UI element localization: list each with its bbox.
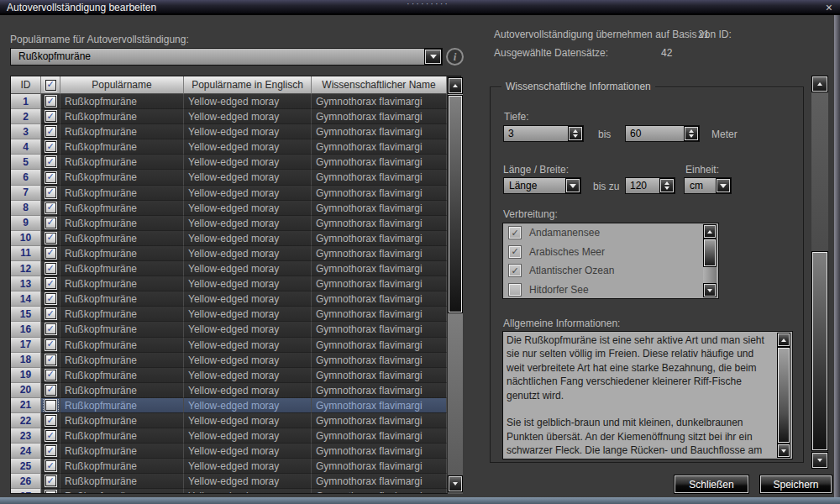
table-row[interactable]: 6RußkopfmuräneYellow-edged morayGymnotho… <box>11 170 447 185</box>
textarea-scrollbar-thumb[interactable] <box>778 348 790 443</box>
row-checkbox[interactable] <box>45 445 56 456</box>
title-bar[interactable]: Autovervollständigung bearbeiten ·······… <box>0 0 840 15</box>
table-row[interactable]: 16RußkopfmuräneYellow-edged morayGymnoth… <box>11 322 447 337</box>
textarea-scrollbar[interactable] <box>777 333 790 457</box>
table-row[interactable]: 18RußkopfmuräneYellow-edged morayGymnoth… <box>11 353 447 368</box>
row-checkbox[interactable] <box>45 218 56 228</box>
row-checkbox[interactable] <box>45 354 56 365</box>
depth-from-spinner[interactable]: 3 <box>503 125 584 142</box>
combobox-dropdown-button[interactable] <box>425 50 441 64</box>
list-item[interactable]: Atlantischer Ozean <box>503 261 718 281</box>
row-checkbox[interactable] <box>45 233 56 244</box>
scroll-up-button[interactable] <box>778 333 790 346</box>
table-row[interactable]: 1RußkopfmuräneYellow-edged morayGymnotho… <box>11 94 447 109</box>
depth-to-spin-buttons[interactable] <box>685 127 698 140</box>
row-checkbox[interactable] <box>45 141 56 152</box>
row-checkbox[interactable] <box>45 263 56 274</box>
length-dropdown-button[interactable] <box>566 179 580 192</box>
depth-from-spin-buttons[interactable] <box>569 127 582 140</box>
scroll-down-button[interactable] <box>812 453 827 468</box>
table-row[interactable]: 20RußkopfmuräneYellow-edged morayGymnoth… <box>11 383 447 398</box>
row-checkbox[interactable] <box>45 430 56 441</box>
header-select-all[interactable] <box>41 76 60 94</box>
general-info-textarea[interactable]: Die Rußkopfmuräne ist eine sehr aktive A… <box>502 331 793 459</box>
table-row[interactable]: 8RußkopfmuräneYellow-edged morayGymnotho… <box>11 201 447 216</box>
length-value-spinner[interactable]: 120 <box>625 177 675 194</box>
row-checkbox[interactable] <box>45 475 56 486</box>
info-icon[interactable]: i <box>446 48 464 66</box>
length-dropdown[interactable]: Länge <box>503 177 581 194</box>
panel-scrollbar[interactable] <box>811 76 828 469</box>
table-row[interactable]: 17RußkopfmuräneYellow-edged morayGymnoth… <box>11 338 447 353</box>
header-scientific-name[interactable]: Wissenschaftlicher Name <box>312 76 447 94</box>
list-item[interactable]: Arabisches Meer <box>503 243 718 262</box>
close-button[interactable]: Schließen <box>675 475 748 493</box>
drag-handle-icon[interactable]: ········· <box>407 0 449 8</box>
scroll-up-button[interactable] <box>812 76 827 92</box>
row-checkbox[interactable] <box>45 385 56 396</box>
table-scrollbar-thumb[interactable] <box>449 96 462 312</box>
popularname-combobox[interactable]: Rußkopfmuräne <box>10 48 443 66</box>
table-row[interactable]: 9RußkopfmuräneYellow-edged morayGymnotho… <box>11 216 447 231</box>
panel-scrollbar-thumb[interactable] <box>812 252 827 450</box>
table-row[interactable]: 7RußkopfmuräneYellow-edged morayGymnotho… <box>11 186 447 201</box>
table-row[interactable]: 14RußkopfmuräneYellow-edged morayGymnoth… <box>11 291 447 307</box>
row-checkbox[interactable] <box>45 339 56 350</box>
table-row[interactable]: 27RußkopfmuräneYellow-edged morayGymnoth… <box>11 489 447 493</box>
list-item-checkbox[interactable] <box>509 265 521 276</box>
table-row[interactable]: 5RußkopfmuräneYellow-edged morayGymnotho… <box>11 155 447 170</box>
row-checkbox[interactable] <box>45 278 56 289</box>
table-scrollbar[interactable] <box>448 77 463 494</box>
row-checkbox[interactable] <box>45 111 56 122</box>
popularname-combobox-value[interactable]: Rußkopfmuräne <box>10 48 443 66</box>
table-row[interactable]: 22RußkopfmuräneYellow-edged morayGymnoth… <box>11 413 447 428</box>
unit-dropdown-button[interactable] <box>717 179 730 192</box>
header-id[interactable]: ID <box>11 76 41 94</box>
row-checkbox[interactable] <box>45 126 56 137</box>
scroll-down-button[interactable] <box>704 284 716 297</box>
distribution-scrollbar[interactable] <box>703 225 717 297</box>
row-checkbox[interactable] <box>45 156 56 167</box>
list-item[interactable]: Andamanensee <box>503 223 718 243</box>
row-checkbox[interactable] <box>45 308 56 319</box>
table-row[interactable]: 21RußkopfmuräneYellow-edged morayGymnoth… <box>11 398 447 413</box>
table-row[interactable]: 4RußkopfmuräneYellow-edged morayGymnotho… <box>11 139 447 155</box>
list-item-checkbox[interactable] <box>509 246 521 258</box>
table-row[interactable]: 3RußkopfmuräneYellow-edged morayGymnotho… <box>11 124 447 139</box>
depth-to-spinner[interactable]: 60 <box>625 125 700 142</box>
row-checkbox[interactable] <box>45 323 56 334</box>
row-checkbox[interactable] <box>45 400 56 411</box>
table-row[interactable]: 24RußkopfmuräneYellow-edged morayGymnoth… <box>11 444 447 459</box>
header-popularname-english[interactable]: Populärname in Englisch <box>184 76 312 94</box>
save-button[interactable]: Speichern <box>760 475 832 493</box>
row-checkbox[interactable] <box>45 293 56 304</box>
select-all-checkbox[interactable] <box>45 80 56 91</box>
close-icon[interactable]: × <box>826 1 832 14</box>
table-row[interactable]: 19RußkopfmuräneYellow-edged morayGymnoth… <box>11 368 447 383</box>
list-item-checkbox[interactable] <box>509 227 521 239</box>
table-row[interactable]: 10RußkopfmuräneYellow-edged morayGymnoth… <box>11 231 447 246</box>
scroll-up-button[interactable] <box>704 225 716 238</box>
distribution-scrollbar-thumb[interactable] <box>704 239 716 266</box>
row-checkbox[interactable] <box>45 248 56 259</box>
row-checkbox[interactable] <box>45 172 56 183</box>
table-row[interactable]: 15RußkopfmuräneYellow-edged morayGymnoth… <box>11 307 447 322</box>
scroll-down-button[interactable] <box>778 444 790 457</box>
length-spin-buttons[interactable] <box>660 179 674 192</box>
table-row[interactable]: 11RußkopfmuräneYellow-edged morayGymnoth… <box>11 246 447 261</box>
unit-dropdown[interactable]: cm <box>684 177 732 194</box>
header-popularname[interactable]: Populärname <box>60 76 184 94</box>
list-item[interactable]: Hitdorfer See <box>503 281 718 300</box>
table-row[interactable]: 26RußkopfmuräneYellow-edged morayGymnoth… <box>11 474 447 489</box>
table-row[interactable]: 12RußkopfmuräneYellow-edged morayGymnoth… <box>11 261 447 276</box>
table-row[interactable]: 13RußkopfmuräneYellow-edged morayGymnoth… <box>11 276 447 291</box>
table-row[interactable]: 2RußkopfmuräneYellow-edged morayGymnotho… <box>11 109 447 124</box>
row-checkbox[interactable] <box>45 202 56 213</box>
table-row[interactable]: 23RußkopfmuräneYellow-edged morayGymnoth… <box>11 428 447 444</box>
scroll-down-button[interactable] <box>449 476 462 491</box>
row-checkbox[interactable] <box>45 96 56 107</box>
row-checkbox[interactable] <box>45 370 56 381</box>
table-row[interactable]: 25RußkopfmuräneYellow-edged morayGymnoth… <box>11 459 447 474</box>
scroll-up-button[interactable] <box>449 78 462 93</box>
row-checkbox[interactable] <box>45 491 56 493</box>
